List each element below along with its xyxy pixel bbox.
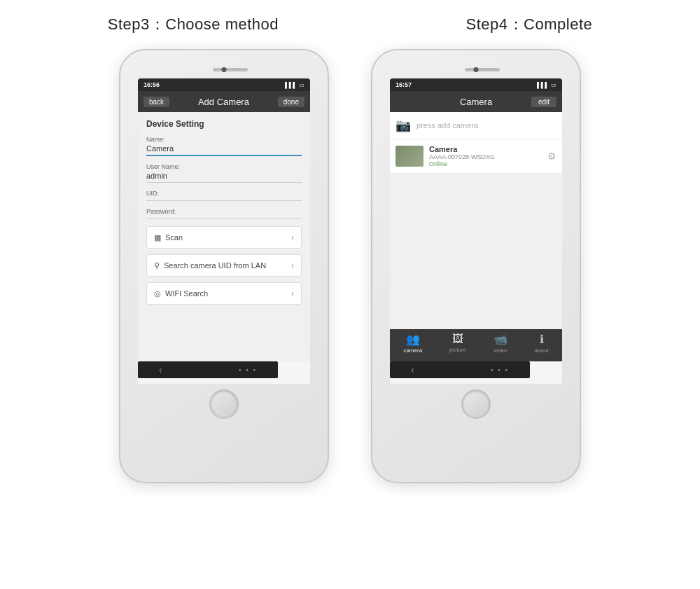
phone2-back-nav[interactable]: ‹ — [411, 364, 414, 375]
camera-uid: AAAA-007028-WSDXG — [429, 153, 547, 160]
phone2-edit-button[interactable]: edit — [531, 97, 556, 107]
wifi-search-left: ◎ WIFI Search — [154, 289, 208, 298]
search-lan-left: ⚲ Search camera UID from LAN — [154, 261, 266, 270]
tab-about-label: about — [535, 347, 549, 354]
tab-camera[interactable]: 👥 camera — [403, 333, 422, 359]
step3-title: Step3：Choose method — [108, 14, 279, 35]
phone1-speaker — [213, 68, 248, 71]
scan-label: Scan — [165, 233, 183, 242]
phone1-time: 16:56 — [144, 81, 160, 88]
field-name: Name: Camera — [146, 136, 302, 156]
phone1-done-button[interactable]: done — [278, 97, 304, 107]
camera-info: Camera AAAA-007028-WSDXG Online — [429, 145, 547, 167]
phone2-camera-dot — [474, 67, 479, 72]
add-camera-text: press add camera — [416, 121, 478, 130]
phone2: 16:57 ▌▌▌ ▭ Camera edit 📷 press add came… — [371, 49, 581, 483]
phone2-nav-bar: Camera edit — [390, 91, 562, 112]
phone1-back-button[interactable]: back — [144, 97, 169, 107]
phone2-status-bar: 16:57 ▌▌▌ ▭ — [390, 78, 562, 91]
phone1-screen: 16:56 ▌▌▌ ▭ back Add Camera done Device … — [138, 78, 310, 384]
phone2-top-area — [381, 63, 571, 76]
phone1-home-button[interactable] — [209, 389, 239, 419]
tab-picture-label: picture — [449, 347, 466, 353]
phone1-dots-nav[interactable]: • • • — [239, 366, 257, 374]
scan-icon: ▦ — [154, 233, 161, 242]
field-password-label: Password: — [146, 208, 302, 215]
field-password-value[interactable] — [146, 216, 302, 219]
tab-video-label: video — [493, 347, 507, 354]
camera-thumbnail — [396, 146, 424, 167]
camera-status: Online — [429, 160, 547, 167]
tab-camera-label: camera — [403, 347, 422, 354]
phone2-home-bar: ‹ • • • — [390, 361, 530, 378]
wifi-search-label: WIFI Search — [165, 289, 208, 298]
field-username-value[interactable]: admin — [146, 172, 302, 183]
phone1-signal-icon: ▌▌▌ — [285, 82, 297, 88]
add-camera-icon: 📷 — [396, 118, 411, 133]
methods-container: ▦ Scan › ⚲ Search camera UID from LAN › — [146, 226, 302, 305]
tab-video-icon: 📹 — [493, 333, 507, 346]
field-name-label: Name: — [146, 136, 302, 143]
tab-picture-icon: 🖼 — [452, 333, 463, 345]
device-setting-title: Device Setting — [146, 119, 302, 129]
phone1-back-nav[interactable]: ‹ — [159, 364, 162, 375]
camera-name: Camera — [429, 145, 547, 153]
field-password: Password: — [146, 208, 302, 219]
tab-camera-icon: 👥 — [406, 333, 420, 346]
phone1-content: Device Setting Name: Camera User Name: a… — [138, 112, 310, 361]
phone1-top-area — [129, 63, 319, 76]
phone1-nav-bar: back Add Camera done — [138, 91, 310, 112]
scan-chevron: › — [291, 233, 294, 242]
search-lan-label: Search camera UID from LAN — [164, 261, 266, 270]
phone1-status-bar: 16:56 ▌▌▌ ▭ — [138, 78, 310, 91]
field-uid-value[interactable] — [146, 198, 302, 201]
phone2-signal-icon: ▌▌▌ — [537, 82, 549, 88]
camera-settings-icon[interactable]: ⚙ — [547, 151, 556, 162]
camera-thumb-image — [396, 146, 424, 167]
phone2-nav-title: Camera — [421, 97, 531, 107]
field-uid-label: UID: — [146, 190, 302, 197]
phone2-time: 16:57 — [396, 81, 412, 88]
scan-button[interactable]: ▦ Scan › — [146, 226, 302, 249]
phone2-screen: 16:57 ▌▌▌ ▭ Camera edit 📷 press add came… — [390, 78, 562, 384]
phone1-bottom — [209, 389, 239, 419]
wifi-icon: ◎ — [154, 289, 161, 298]
phone1-status-icons: ▌▌▌ ▭ — [285, 82, 304, 88]
wifi-search-button[interactable]: ◎ WIFI Search › — [146, 282, 302, 305]
wifi-search-chevron: › — [291, 289, 294, 298]
search-lan-button[interactable]: ⚲ Search camera UID from LAN › — [146, 254, 302, 277]
phone2-status-icons: ▌▌▌ ▭ — [537, 82, 556, 88]
phone2-battery-icon: ▭ — [551, 82, 556, 88]
tab-video[interactable]: 📹 video — [493, 333, 507, 359]
field-username-label: User Name: — [146, 163, 302, 170]
page-header: Step3：Choose method Step4：Complete — [14, 14, 686, 35]
search-lan-chevron: › — [291, 261, 294, 270]
phone1-battery-icon: ▭ — [299, 82, 304, 88]
phone1-nav-title: Add Camera — [169, 97, 278, 107]
phone2-speaker — [465, 68, 500, 71]
phone2-empty-space — [390, 174, 562, 329]
add-camera-row[interactable]: 📷 press add camera — [390, 112, 562, 139]
phones-container: 16:56 ▌▌▌ ▭ back Add Camera done Device … — [119, 49, 581, 483]
phone2-home-button[interactable] — [461, 389, 491, 419]
tab-about[interactable]: ℹ about — [535, 333, 549, 359]
search-icon: ⚲ — [154, 261, 160, 270]
phone2-dots-nav[interactable]: • • • — [491, 366, 509, 374]
step4-title: Step4：Complete — [466, 14, 593, 35]
phone2-tab-bar: 👥 camera 🖼 picture 📹 video ℹ about — [390, 329, 562, 361]
phone2-bottom — [461, 389, 491, 419]
tab-about-icon: ℹ — [540, 333, 544, 346]
scan-button-left: ▦ Scan — [154, 233, 183, 242]
phone1: 16:56 ▌▌▌ ▭ back Add Camera done Device … — [119, 49, 329, 483]
phone1-camera-dot — [222, 67, 227, 72]
tab-picture[interactable]: 🖼 picture — [449, 333, 466, 359]
field-uid: UID: — [146, 190, 302, 201]
phone1-home-bar: ‹ • • • — [138, 361, 278, 378]
field-username: User Name: admin — [146, 163, 302, 183]
field-name-value[interactable]: Camera — [146, 144, 302, 156]
camera-list-item[interactable]: Camera AAAA-007028-WSDXG Online ⚙ — [390, 139, 562, 174]
